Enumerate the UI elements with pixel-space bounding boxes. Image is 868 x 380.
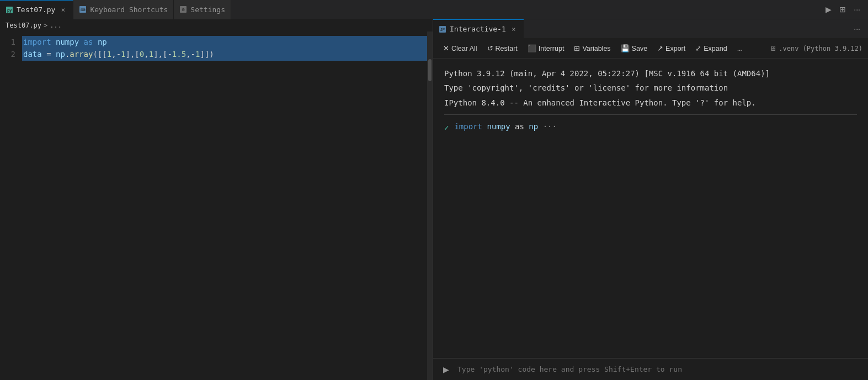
line-number-1: 1: [0, 36, 15, 48]
env-label: 🖥 .venv (Python 3.9.12): [770, 45, 862, 52]
more-editor-button[interactable]: ···: [850, 3, 864, 16]
svg-text:⚙: ⚙: [182, 8, 185, 12]
expand-icon: ⤢: [695, 44, 701, 52]
run-cell-button[interactable]: ▶: [439, 362, 453, 377]
tab-test07-label: Test07.py: [17, 6, 55, 14]
more-interactive-button[interactable]: ···: [850, 22, 864, 35]
kb-file-icon: ⌨: [79, 6, 87, 13]
expand-button[interactable]: ⤢ Expand: [691, 43, 731, 54]
editor-scrollbar[interactable]: [427, 31, 433, 380]
restart-button[interactable]: ↺ Restart: [483, 43, 522, 54]
tab-interactive-1-label: Interactive-1: [450, 25, 506, 33]
cell-check-icon: ✓: [444, 122, 449, 134]
breadcrumb-more: ...: [50, 22, 62, 29]
clear-all-icon: ✕: [443, 44, 449, 52]
breadcrumb-sep: >: [44, 22, 47, 29]
output-divider: [444, 114, 857, 115]
output-info-line-3: IPython 8.4.0 -- An enhanced Interactive…: [444, 97, 857, 109]
env-text: .venv (Python 3.9.12): [779, 45, 862, 52]
variables-icon: ⊞: [574, 44, 580, 52]
line-numbers: 1 2: [0, 31, 20, 380]
line-number-2: 2: [0, 48, 15, 60]
editor-toolbar-right: ▶ ⊞ ···: [822, 3, 868, 16]
interactive-panel: JP Interactive-1 × ··· ✕ Clear All ↺ Res…: [433, 19, 868, 380]
variables-button[interactable]: ⊞ Variables: [569, 43, 615, 54]
interrupt-label: Interrupt: [539, 45, 565, 52]
expand-label: Expand: [704, 45, 727, 52]
output-cell-1: ✓ import numpy as np ···: [444, 120, 857, 134]
interactive-input-area: ▶: [433, 358, 868, 380]
more-toolbar-button[interactable]: ...: [733, 43, 747, 54]
interactive-output: Python 3.9.12 (main, Apr 4 2022, 05:22:2…: [433, 59, 868, 358]
restart-label: Restart: [496, 45, 518, 52]
tab-settings[interactable]: ⚙ Settings: [174, 0, 231, 19]
py-file-icon: py: [6, 6, 13, 14]
python-input[interactable]: [453, 365, 862, 373]
export-icon: ↗: [657, 44, 663, 52]
code-line-2: data = np.array([[1,-1],[0,1],[-1.5,-1]]…: [22, 48, 427, 60]
save-icon: 💾: [621, 44, 630, 52]
clear-all-label: Clear All: [451, 45, 477, 52]
editor-panel: Test07.py > ... 1 2 import numpy as np d…: [0, 19, 433, 380]
more-toolbar-label: ...: [737, 45, 743, 52]
interrupt-button[interactable]: ⬛ Interrupt: [523, 43, 569, 54]
export-label: Export: [665, 45, 685, 52]
svg-text:JP: JP: [440, 28, 445, 31]
code-area: 1 2 import numpy as np data = np.array([…: [0, 31, 433, 380]
run-button[interactable]: ▶: [822, 3, 835, 16]
interrupt-icon: ⬛: [528, 44, 536, 52]
code-line-1: import numpy as np: [22, 36, 427, 48]
restart-icon: ↺: [487, 44, 493, 52]
interactive-tab-bar: JP Interactive-1 × ···: [433, 19, 868, 39]
breadcrumb: Test07.py > ...: [0, 19, 433, 31]
save-button[interactable]: 💾 Save: [616, 43, 652, 54]
save-label: Save: [632, 45, 648, 52]
split-editor-button[interactable]: ⊞: [836, 3, 849, 16]
tab-interactive-1[interactable]: JP Interactive-1 ×: [433, 19, 524, 39]
tab-test07-close[interactable]: ×: [58, 6, 67, 14]
editor-scrollbar-thumb: [428, 59, 432, 81]
settings-file-icon: ⚙: [179, 6, 187, 13]
clear-all-button[interactable]: ✕ Clear All: [439, 43, 482, 54]
tab-test07[interactable]: py Test07.py ×: [0, 0, 73, 19]
export-button[interactable]: ↗ Export: [653, 43, 690, 54]
interactive-file-icon: JP: [439, 25, 446, 33]
tab-interactive-1-close[interactable]: ×: [509, 25, 518, 34]
svg-text:⌨: ⌨: [81, 8, 86, 12]
variables-label: Variables: [582, 45, 610, 52]
tab-keyboard-shortcuts[interactable]: ⌨ Keyboard Shortcuts: [73, 0, 174, 19]
output-info-line-2: Type 'copyright', 'credits' or 'license'…: [444, 82, 857, 94]
svg-text:py: py: [7, 8, 12, 13]
tab-bar: py Test07.py × ⌨ Keyboard Shortcuts ⚙ Se…: [0, 0, 868, 19]
interactive-tab-toolbar: ···: [850, 22, 868, 35]
breadcrumb-file[interactable]: Test07.py: [6, 22, 41, 29]
tab-keyboard-shortcuts-label: Keyboard Shortcuts: [90, 6, 168, 14]
code-content[interactable]: import numpy as np data = np.array([[1,-…: [20, 31, 427, 380]
interactive-toolbar: ✕ Clear All ↺ Restart ⬛ Interrupt ⊞ Vari…: [433, 39, 868, 59]
env-icon: 🖥: [770, 45, 776, 52]
tab-settings-label: Settings: [190, 6, 225, 14]
main-area: Test07.py > ... 1 2 import numpy as np d…: [0, 19, 868, 380]
cell-code-1: import numpy as np ···: [454, 120, 557, 133]
output-info-line-1: Python 3.9.12 (main, Apr 4 2022, 05:22:2…: [444, 67, 857, 80]
